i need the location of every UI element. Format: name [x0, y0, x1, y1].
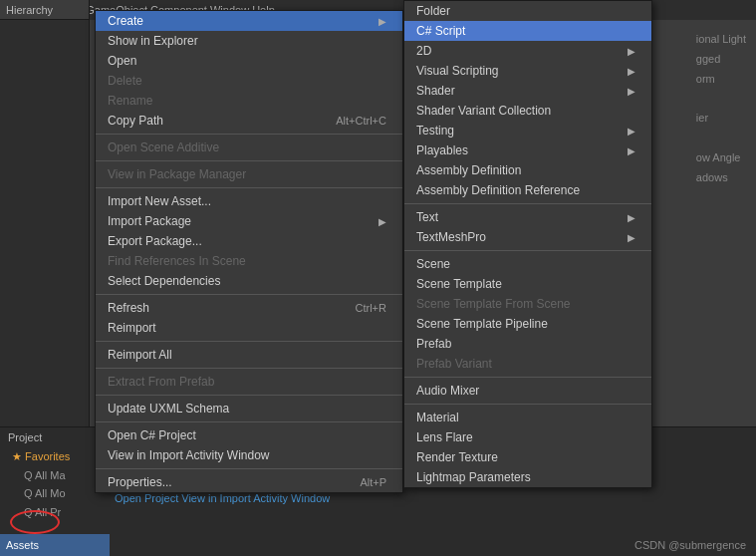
- submenu-item-lens-flare[interactable]: Lens Flare: [404, 427, 651, 447]
- project-label: Project: [8, 431, 42, 443]
- menu-separator: [96, 421, 402, 422]
- submenu-item-scene-template-pipeline[interactable]: Scene Template Pipeline: [404, 314, 651, 334]
- submenu-item-text[interactable]: Text▶: [404, 207, 651, 227]
- context-menu-item-show-in-explorer[interactable]: Show in Explorer: [96, 31, 402, 51]
- context-menu-submenu: FolderC# Script2D▶Visual Scripting▶Shade…: [403, 0, 652, 488]
- submenu-separator: [404, 250, 651, 251]
- submenu-item-assembly-definition[interactable]: Assembly Definition: [404, 160, 651, 180]
- context-menu-item-view-in-import-activity-window[interactable]: View in Import Activity Window: [96, 445, 402, 465]
- hierarchy-title: Hierarchy: [6, 4, 53, 16]
- submenu-item-scene-template-from-scene: Scene Template From Scene: [404, 294, 651, 314]
- context-menu-item-create[interactable]: Create▶: [96, 11, 402, 31]
- submenu-item-prefab[interactable]: Prefab: [404, 334, 651, 354]
- menu-separator: [96, 395, 402, 396]
- context-menu-item-open-scene-additive: Open Scene Additive: [96, 138, 402, 157]
- submenu-item-lightmap-parameters[interactable]: Lightmap Parameters: [404, 467, 651, 487]
- submenu-item-folder[interactable]: Folder: [404, 1, 651, 21]
- context-menu-item-refresh[interactable]: RefreshCtrl+R: [96, 298, 402, 318]
- hierarchy-header: Hierarchy: [0, 0, 89, 20]
- context-menu-item-find-references-in-scene: Find References In Scene: [96, 251, 402, 271]
- submenu-item-shader-variant-collection[interactable]: Shader Variant Collection: [404, 101, 651, 121]
- submenu-item-textmeshpro[interactable]: TextMeshPro▶: [404, 227, 651, 247]
- context-menu-item-open-c#-project[interactable]: Open C# Project: [96, 425, 402, 445]
- submenu-item-assembly-definition-reference[interactable]: Assembly Definition Reference: [404, 180, 651, 200]
- submenu-item-c#-script[interactable]: C# Script: [404, 21, 651, 41]
- context-menu-item-open[interactable]: Open: [96, 51, 402, 71]
- submenu-separator: [404, 404, 651, 405]
- context-menu-item-select-dependencies[interactable]: Select Dependencies: [96, 271, 402, 291]
- submenu-item-prefab-variant: Prefab Variant: [404, 354, 651, 374]
- submenu-item-render-texture[interactable]: Render Texture: [404, 447, 651, 467]
- submenu-separator: [404, 377, 651, 378]
- menu-separator: [96, 294, 402, 295]
- submenu-item-visual-scripting[interactable]: Visual Scripting▶: [404, 61, 651, 81]
- assets-bar: Assets: [0, 534, 110, 556]
- submenu-item-scene[interactable]: Scene: [404, 254, 651, 274]
- context-menu-primary: Create▶Show in ExplorerOpenDeleteRenameC…: [95, 10, 403, 493]
- context-menu-item-update-uxml-schema[interactable]: Update UXML Schema: [96, 399, 402, 418]
- submenu-item-audio-mixer[interactable]: Audio Mixer: [404, 381, 651, 401]
- context-menu-item-reimport[interactable]: Reimport: [96, 318, 402, 338]
- context-menu-item-copy-path[interactable]: Copy PathAlt+Ctrl+C: [96, 111, 402, 131]
- submenu-item-2d[interactable]: 2D▶: [404, 41, 651, 61]
- submenu-item-shader[interactable]: Shader▶: [404, 81, 651, 101]
- context-menu-item-view-in-package-manager: View in Package Manager: [96, 164, 402, 184]
- submenu-item-testing[interactable]: Testing▶: [404, 121, 651, 140]
- context-menu-item-properties...[interactable]: Properties...Alt+P: [96, 472, 402, 492]
- context-menu-item-extract-from-prefab: Extract From Prefab: [96, 372, 402, 392]
- red-circle-annotation: [10, 510, 60, 534]
- submenu-item-playables[interactable]: Playables▶: [404, 140, 651, 160]
- menu-separator: [96, 160, 402, 161]
- submenu-item-material[interactable]: Material: [404, 408, 651, 427]
- menu-separator: [96, 134, 402, 135]
- menu-separator: [96, 468, 402, 469]
- watermark: CSDN @submergence: [634, 539, 746, 551]
- context-menu-item-delete: Delete: [96, 71, 402, 91]
- context-menu-item-rename: Rename: [96, 91, 402, 111]
- menu-separator: [96, 341, 402, 342]
- submenu-separator: [404, 203, 651, 204]
- context-menu-item-export-package...[interactable]: Export Package...: [96, 231, 402, 251]
- submenu-item-scene-template[interactable]: Scene Template: [404, 274, 651, 294]
- context-menu-item-reimport-all[interactable]: Reimport All: [96, 345, 402, 365]
- context-menu-item-import-package[interactable]: Import Package▶: [96, 211, 402, 231]
- context-menu-item-import-new-asset...[interactable]: Import New Asset...: [96, 191, 402, 211]
- right-hints: ional Light gged orm ier ow Angle adows: [696, 30, 746, 187]
- menu-separator: [96, 187, 402, 188]
- assets-label: Assets: [6, 539, 39, 551]
- menu-separator: [96, 368, 402, 369]
